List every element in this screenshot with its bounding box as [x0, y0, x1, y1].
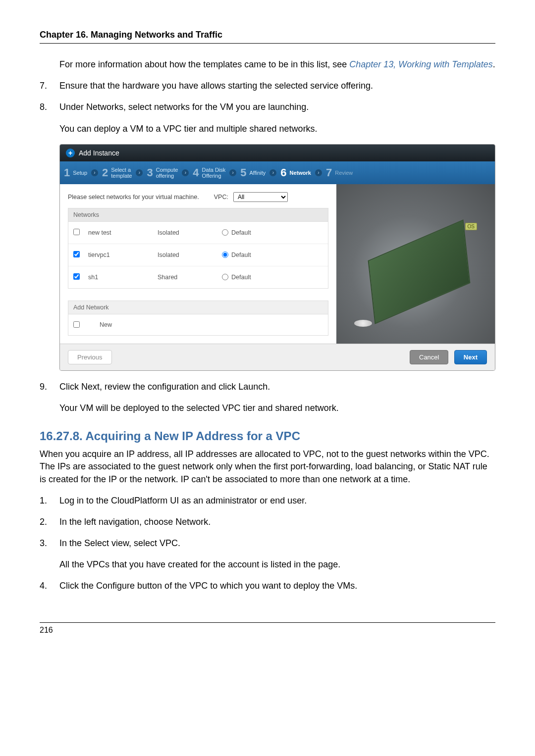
list-text: Click the Configure button of the VPC to… [59, 581, 357, 591]
networks-table: new test Isolated Default tiervpc1 Isola… [68, 221, 328, 289]
vpc-select[interactable]: All [233, 192, 288, 202]
chevron-right-icon: › [229, 169, 236, 176]
networks-header: Networks [68, 208, 328, 221]
wizard-step-template[interactable]: 2Select a template [98, 163, 136, 182]
list-subtext: All the VPCs that you have created for t… [59, 558, 495, 571]
list-item: 3. In the Select view, select VPC. All t… [40, 537, 495, 571]
ordered-list-mid: 9. Click Next, review the configuration … [40, 381, 495, 414]
list-subtext: You can deploy a VM to a VPC tier and mu… [59, 123, 495, 135]
list-item: 1. Log in to the CloudPlatform UI as an … [40, 495, 495, 507]
network-selection-panel: Please select networks for your virtual … [60, 184, 336, 344]
list-item: 8. Under Networks, select networks for t… [40, 101, 495, 135]
default-radio-tiervpc1[interactable] [222, 252, 228, 258]
add-network-label: New [100, 321, 112, 328]
network-type: Isolated [158, 252, 222, 258]
default-radio-sh1[interactable] [222, 274, 228, 280]
wizard-step-compute[interactable]: 3Compute offering [143, 163, 182, 182]
add-network-header: Add Network [68, 301, 328, 314]
list-text: In the left navigation, choose Network. [59, 517, 211, 527]
network-row: tiervpc1 Isolated Default [68, 244, 328, 266]
illustration-panel: OS [336, 184, 495, 344]
ordered-list-top: 7. Ensure that the hardware you have all… [40, 80, 495, 135]
network-row: sh1 Shared Default [68, 266, 328, 288]
wizard-steps: 1Setup› 2Select a template› 3Compute off… [60, 161, 495, 184]
wizard-step-network[interactable]: 6Network [276, 163, 315, 182]
wizard-step-setup[interactable]: 1Setup [60, 163, 91, 182]
list-number: 8. [40, 101, 47, 113]
instruction-text: Please select networks for your virtual … [68, 194, 199, 201]
list-number: 2. [40, 516, 47, 528]
list-text: Log in to the CloudPlatform UI as an adm… [59, 496, 307, 505]
os-badge: OS [465, 223, 477, 230]
default-label: Default [231, 274, 251, 281]
chevron-right-icon: › [91, 169, 98, 176]
section-paragraph: When you acquire an IP address, all IP a… [40, 448, 495, 486]
default-radio-newtest[interactable] [222, 229, 228, 236]
dialog-title: Add Instance [79, 149, 119, 157]
dialog-footer: Previous Cancel Next [60, 344, 495, 370]
network-checkbox-tiervpc1[interactable] [73, 251, 80, 257]
wizard-step-datadisk[interactable]: 4Data Disk Offering [189, 163, 229, 182]
circuit-board-icon [368, 219, 471, 324]
list-item: 2. In the left navigation, choose Networ… [40, 516, 495, 528]
default-label: Default [231, 229, 251, 236]
list-number: 7. [40, 80, 47, 92]
list-number: 3. [40, 537, 47, 550]
list-text: Under Networks, select networks for the … [59, 102, 309, 112]
dialog-header: + Add Instance [60, 145, 495, 161]
disc-icon [354, 320, 372, 327]
wizard-step-affinity[interactable]: 5Affinity [236, 163, 269, 182]
wizard-step-review[interactable]: 7Review [322, 163, 357, 182]
intro-paragraph: For more information about how the templ… [59, 58, 495, 71]
chevron-right-icon: › [315, 169, 322, 176]
list-number: 9. [40, 381, 47, 393]
plus-icon: + [66, 149, 75, 157]
server-illustration: OS [336, 184, 495, 344]
intro-text-pre: For more information about how the templ… [59, 59, 349, 69]
network-type: Shared [158, 274, 222, 281]
list-text: Click Next, review the configuration and… [59, 382, 270, 392]
list-number: 1. [40, 495, 47, 507]
chapter-title: Chapter 16. Managing Networks and Traffi… [40, 30, 495, 44]
network-name: tiervpc1 [88, 252, 158, 258]
list-item: 7. Ensure that the hardware you have all… [40, 80, 495, 92]
chevron-right-icon: › [269, 169, 276, 176]
list-item: 4. Click the Configure button of the VPC… [40, 580, 495, 592]
list-text: Ensure that the hardware you have allows… [59, 81, 373, 91]
network-type: Isolated [158, 229, 222, 236]
next-button[interactable]: Next [454, 350, 487, 364]
network-row: new test Isolated Default [68, 222, 328, 244]
network-checkbox-newtest[interactable] [73, 229, 80, 235]
section-heading: 16.27.8. Acquiring a New IP Address for … [40, 429, 495, 443]
default-label: Default [231, 252, 251, 258]
chevron-right-icon: › [136, 169, 143, 176]
page-footer: 216 [40, 622, 495, 635]
previous-button[interactable]: Previous [68, 350, 112, 364]
page-number: 216 [40, 626, 53, 634]
network-checkbox-sh1[interactable] [73, 273, 80, 280]
chevron-right-icon: › [182, 169, 189, 176]
list-item: 9. Click Next, review the configuration … [40, 381, 495, 414]
network-name: new test [88, 229, 158, 236]
add-instance-screenshot: + Add Instance 1Setup› 2Select a templat… [59, 144, 495, 371]
add-network-checkbox[interactable] [73, 321, 80, 328]
list-subtext: Your VM will be deployed to the selected… [59, 402, 495, 414]
network-name: sh1 [88, 274, 158, 281]
link-chapter-13[interactable]: Chapter 13, Working with Templates [349, 59, 492, 69]
intro-text-post: . [493, 59, 495, 69]
list-number: 4. [40, 580, 47, 592]
vpc-label: VPC: [214, 194, 228, 201]
add-network-section: Add Network New [68, 301, 328, 336]
cancel-button[interactable]: Cancel [410, 350, 448, 364]
list-text: In the Select view, select VPC. [59, 538, 180, 548]
ordered-list-bottom: 1. Log in to the CloudPlatform UI as an … [40, 495, 495, 593]
